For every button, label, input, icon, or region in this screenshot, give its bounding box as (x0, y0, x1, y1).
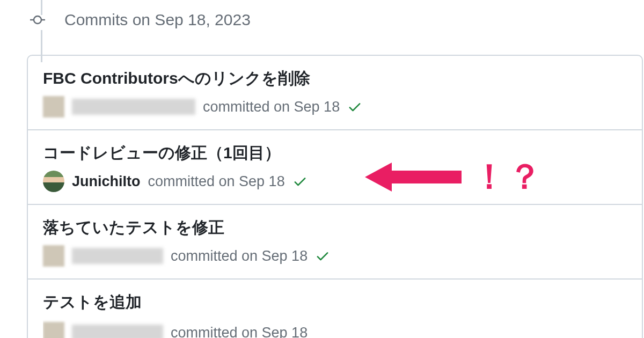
commit-timestamp: committed on Sep 18 (148, 173, 285, 190)
commit-title[interactable]: 落ちていたテストを修正 (43, 217, 627, 239)
commit-timestamp: committed on Sep 18 (171, 325, 308, 339)
author-name-redacted[interactable] (72, 248, 163, 264)
commit-list: FBC Contributorsへのリンクを削除 committed on Se… (27, 55, 643, 338)
avatar[interactable] (43, 171, 64, 192)
check-icon[interactable] (292, 174, 308, 189)
avatar[interactable] (43, 245, 64, 267)
timeline-header: Commits on Sep 18, 2023 (0, 11, 644, 29)
commit-title[interactable]: テストを追加 (43, 291, 627, 313)
check-icon[interactable] (315, 248, 330, 263)
timeline-connector (41, 30, 42, 62)
commit-timestamp: committed on Sep 18 (171, 248, 308, 264)
avatar[interactable] (43, 322, 64, 338)
commit-title[interactable]: コードレビューの修正（1回目） (43, 142, 627, 164)
check-icon[interactable] (347, 99, 362, 114)
commit-item[interactable]: テストを追加 committed on Sep 18 (28, 280, 642, 338)
commit-item[interactable]: コードレビューの修正（1回目） JunichiIto committed on … (28, 130, 642, 205)
commit-item[interactable]: 落ちていたテストを修正 committed on Sep 18 (28, 205, 642, 280)
commit-timestamp: committed on Sep 18 (203, 99, 340, 115)
commit-title[interactable]: FBC Contributorsへのリンクを削除 (43, 68, 627, 90)
avatar[interactable] (43, 96, 64, 117)
author-name[interactable]: JunichiIto (72, 173, 141, 190)
commit-item[interactable]: FBC Contributorsへのリンクを削除 committed on Se… (28, 56, 642, 130)
author-name-redacted[interactable] (72, 325, 163, 338)
svg-point-1 (34, 16, 41, 24)
commit-marker-icon (30, 12, 45, 27)
author-name-redacted[interactable] (72, 99, 195, 115)
commits-date-label: Commits on Sep 18, 2023 (64, 11, 251, 29)
